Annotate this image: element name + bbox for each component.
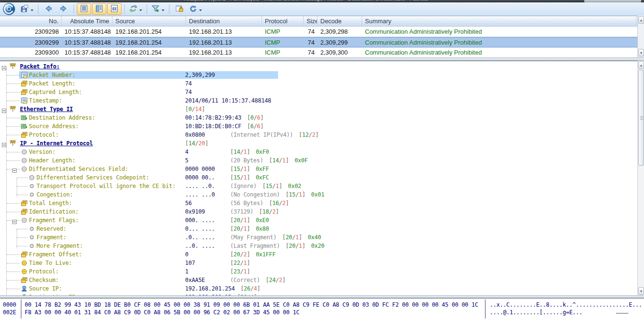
tree-guide-stub xyxy=(17,186,28,187)
lock-button[interactable] xyxy=(172,3,187,15)
field-value: 0 xyxy=(185,250,224,259)
column-header-protocol[interactable]: Protocol xyxy=(262,16,304,26)
chevron-down-icon xyxy=(199,6,202,13)
tree-guide-stub xyxy=(7,203,20,204)
tree-field-row[interactable]: Timestamp:2014/06/11 10:15:37.488148 xyxy=(0,96,631,105)
tree-section-row[interactable]: Packet Info: xyxy=(0,62,631,71)
hex-offset-divider xyxy=(21,300,21,319)
hex-view-button[interactable]: 0X xyxy=(107,3,121,15)
field-values: [0/14] xyxy=(185,105,211,113)
tree-field-row[interactable]: Differentiated Services Field:0000 0000[… xyxy=(0,165,631,173)
tree-field-row[interactable]: Version:4[14/1]0xF0 xyxy=(0,148,631,156)
refresh-button[interactable] xyxy=(187,3,204,15)
tree-field-row[interactable]: Destination Address:00:14:78:B2:99:43[0/… xyxy=(0,113,631,122)
packet-row[interactable]: 230929810:15:37.488148192.168.201.254192… xyxy=(0,27,637,37)
collapse-toggle[interactable] xyxy=(2,141,6,145)
tree-field-row[interactable]: Fragment Flags:000. ....[20/1]0xE0 xyxy=(0,216,631,225)
tree-field-row[interactable]: Differentiated Services Codepoint:0000 0… xyxy=(0,173,631,182)
field-icon xyxy=(21,277,28,283)
tree-field-row[interactable]: Captured Length:74 xyxy=(0,88,631,96)
tree-guide-stub xyxy=(7,135,20,135)
bit-mask: 0x40 xyxy=(308,233,321,242)
detail-view-button[interactable] xyxy=(92,3,106,15)
tree-field-row[interactable]: Total Length:56(56 Bytes)[16/2] xyxy=(0,199,631,207)
byte-position: [20/1] xyxy=(230,225,250,233)
resize-grip[interactable] xyxy=(616,313,628,314)
tree-field-row[interactable]: Fragment Offset:0[20/2]0x1FFF xyxy=(0,250,631,259)
packet-row[interactable]: 230930010:15:37.488148192.168.201.254192… xyxy=(0,47,637,58)
collapse-toggle[interactable] xyxy=(12,167,17,171)
packet-list-scrollbar[interactable]: ▲ ▼ xyxy=(637,16,644,57)
decode-tree-scrollbar[interactable]: ▲ ▼ xyxy=(637,61,644,295)
hex-bytes[interactable]: 00 14 78 B2 99 43 10 BD 18 DE B0 CF 08 0… xyxy=(25,301,478,309)
tree-field-row[interactable]: Congestion:.... ...0(No Congestion)[15/1… xyxy=(0,190,631,199)
field-icon xyxy=(21,131,28,138)
tree-guide-stub xyxy=(17,229,28,229)
save-button[interactable] xyxy=(19,3,35,15)
swap-button[interactable] xyxy=(128,3,144,15)
scroll-down-button[interactable]: ▼ xyxy=(638,287,644,295)
scroll-up-button[interactable]: ▲ xyxy=(638,61,644,69)
dot-icon xyxy=(28,234,35,241)
column-header-summary[interactable]: Summary xyxy=(362,16,636,26)
pane-splitter-top[interactable] xyxy=(0,57,644,61)
tree-field-row[interactable]: Packet Length:74 xyxy=(0,79,631,88)
byte-position: [6/6] xyxy=(247,122,264,131)
cell-decode: 2,309,300 xyxy=(317,47,362,57)
cell-destination: 192.168.201.13 xyxy=(186,38,262,47)
tree-field-row[interactable]: Fragment:.0.. ....(May Fragment)[20/1]0x… xyxy=(0,233,631,242)
column-header-source[interactable]: Source xyxy=(112,16,186,26)
tree-field-row[interactable]: Transport Protocol will ignore the CE bi… xyxy=(0,182,631,190)
cell-protocol: ICMP xyxy=(262,47,304,57)
field-values: 56(56 Bytes)[16/2] xyxy=(185,199,295,207)
tree-field-row[interactable]: Source Address:10:BD:18:DE:B0:CF[6/6] xyxy=(0,122,631,131)
hex-view: 000000 14 78 B2 99 43 10 BD 18 DE B0 CF … xyxy=(0,298,644,319)
column-header-decode[interactable]: Decode xyxy=(317,16,362,26)
byte-position: [0/6] xyxy=(247,113,264,122)
hex-ascii[interactable]: ..x..C........E..8....k..^..............… xyxy=(490,301,642,309)
filter-button[interactable] xyxy=(150,3,166,15)
field-value: 56 xyxy=(185,199,224,207)
packet-row[interactable]: 230929910:15:37.488148192.168.201.254192… xyxy=(0,37,637,47)
collapse-toggle[interactable] xyxy=(2,107,6,111)
collapse-toggle[interactable] xyxy=(2,64,6,68)
tree-guide-stub xyxy=(17,237,28,238)
cell-summary: Communication Administratively Prohibite… xyxy=(362,47,636,57)
collapse-toggle[interactable] xyxy=(12,218,17,222)
scroll-down-button[interactable]: ▼ xyxy=(638,49,644,56)
tree-field-row[interactable]: Identification:0x9109(37129)[18/2] xyxy=(0,207,631,216)
dot-yellow-icon xyxy=(21,268,28,275)
hex-ascii[interactable]: ....@.1........[......g=E... xyxy=(490,309,582,316)
tree-field-row[interactable]: Checksum:0xAA5E(Correct)[24/2] xyxy=(0,276,631,284)
cell-source: 192.168.201.254 xyxy=(112,27,186,37)
tree-field-row[interactable]: Source IP:192.168.201.254[26/4] xyxy=(0,284,631,293)
tree-field-row[interactable]: Header Length:5(20 Bytes)[14/1]0x0F xyxy=(0,156,631,165)
tree-section-row[interactable]: IP - Internet Protocol[14/20] xyxy=(0,139,631,148)
list-view-button[interactable] xyxy=(77,3,91,15)
forward-button[interactable] xyxy=(56,3,71,15)
tree-guide-stub xyxy=(7,152,20,152)
column-header-size[interactable]: Size xyxy=(304,16,317,26)
tree-field-row[interactable]: Protocol:1[23/1] xyxy=(0,267,631,276)
tree-field-row[interactable]: Packet Number:2,309,299 xyxy=(0,71,631,79)
tree-field-row[interactable]: Protocol:0x0800(Internet IP(IPv4))[12/2] xyxy=(0,131,631,139)
tree-section-row[interactable]: Ethernet Type II[0/14] xyxy=(0,105,631,113)
column-header-time[interactable]: Absolute Time xyxy=(62,16,112,26)
tree-field-row[interactable]: More Fragment:..0. ....(Last Fragment)[2… xyxy=(0,242,631,250)
tree-guide-stub xyxy=(7,75,20,75)
byte-position: [14/1] xyxy=(269,156,289,165)
tree-field-row[interactable]: Time To Live:107[22/1] xyxy=(0,259,631,267)
column-header-destination[interactable]: Destination xyxy=(186,16,262,26)
back-button[interactable] xyxy=(41,3,56,15)
field-value: .... ...0 xyxy=(185,190,224,199)
column-header-no[interactable]: No. xyxy=(0,16,62,26)
filter-icon xyxy=(151,4,160,14)
hex-bytes[interactable]: F8 A3 00 00 40 01 31 84 C0 A8 C9 0D C0 A… xyxy=(25,309,299,316)
tree-guide-stub xyxy=(7,263,20,263)
byte-position: [15/1] xyxy=(286,190,306,199)
tree-field-row[interactable]: Reserved:0... ....[20/1]0x80 xyxy=(0,225,631,233)
scrollbar-thumb[interactable] xyxy=(638,70,644,166)
field-values: 0x0800(Internet IP(IPv4))[12/2] xyxy=(185,131,324,139)
scroll-up-button[interactable]: ▲ xyxy=(638,16,644,24)
byte-position: [20/1] xyxy=(286,242,306,250)
